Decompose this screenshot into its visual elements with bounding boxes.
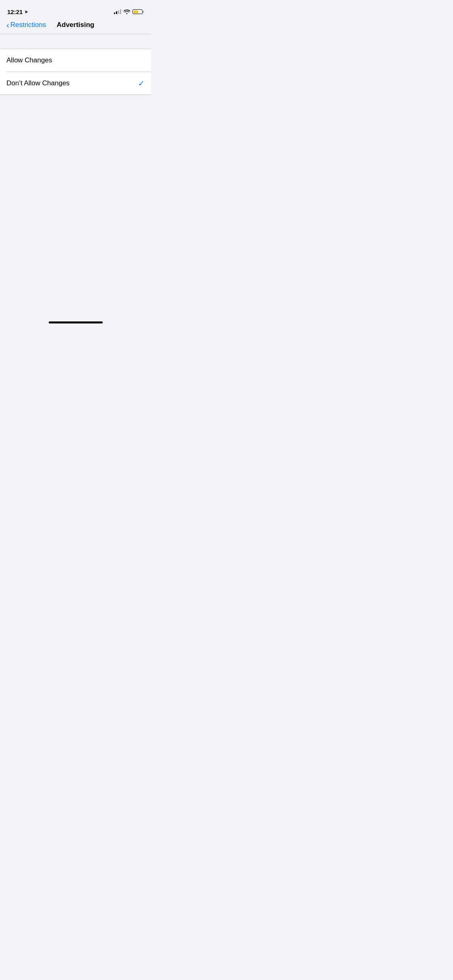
navigation-bar: ‹ Restrictions Advertising — [0, 18, 151, 34]
home-indicator — [49, 321, 103, 323]
status-time: 12:21 ➤ — [7, 8, 28, 15]
allow-changes-option[interactable]: Allow Changes — [0, 49, 151, 72]
section-spacer — [0, 34, 151, 49]
dont-allow-changes-label: Don’t Allow Changes — [6, 79, 70, 87]
back-label: Restrictions — [10, 21, 46, 29]
clock: 12:21 — [7, 8, 23, 15]
options-list: Allow Changes Don’t Allow Changes ✓ — [0, 49, 151, 95]
back-chevron-icon: ‹ — [6, 21, 9, 29]
selected-checkmark-icon: ✓ — [138, 79, 145, 88]
status-icons — [114, 9, 144, 14]
dont-allow-changes-option[interactable]: Don’t Allow Changes ✓ — [0, 72, 151, 95]
battery-icon — [132, 9, 144, 14]
back-button[interactable]: ‹ Restrictions — [6, 21, 46, 29]
status-bar: 12:21 ➤ — [0, 0, 151, 18]
page-title: Advertising — [57, 21, 95, 29]
signal-icon — [114, 9, 121, 14]
wifi-icon — [124, 9, 130, 14]
allow-changes-label: Allow Changes — [6, 56, 52, 64]
location-icon: ➤ — [25, 10, 28, 14]
